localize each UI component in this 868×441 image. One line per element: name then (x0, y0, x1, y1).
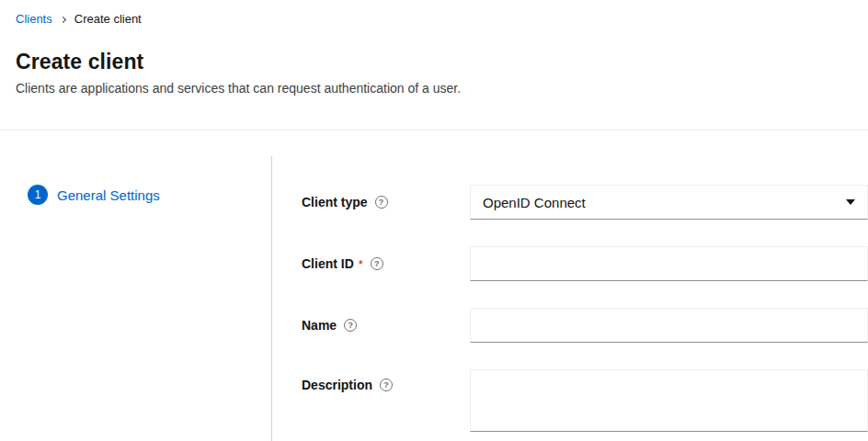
form-row-name: Name ? (302, 308, 868, 343)
wizard-body: 1 General Settings Client type ? OpenID … (0, 156, 868, 441)
client-type-label-group: Client type ? (302, 195, 470, 209)
page-subtitle: Clients are applications and services th… (16, 80, 852, 130)
client-type-label: Client type (302, 195, 368, 209)
client-id-label: Client ID (302, 256, 354, 271)
breadcrumb: Clients Create client (16, 12, 852, 27)
client-id-input[interactable] (470, 246, 868, 281)
help-icon[interactable]: ? (380, 379, 393, 391)
client-type-selected-value: OpenID Connect (483, 195, 586, 210)
help-icon[interactable]: ? (344, 319, 357, 332)
wizard-step-label: General Settings (57, 187, 160, 203)
name-input[interactable] (470, 308, 868, 343)
chevron-right-icon (60, 16, 66, 22)
wizard-nav: 1 General Settings (0, 156, 272, 441)
client-type-control: OpenID Connect (470, 185, 868, 220)
wizard-step-general-settings[interactable]: 1 General Settings (28, 185, 271, 205)
form-row-client-id: Client ID * ? (302, 246, 868, 281)
name-label-group: Name ? (302, 318, 470, 333)
general-settings-form: Client type ? OpenID Connect Client ID *… (272, 156, 868, 441)
description-control (470, 369, 868, 432)
create-client-page: Clients Create client Create client Clie… (0, 0, 868, 441)
caret-down-icon (846, 199, 855, 205)
form-row-description: Description ? (302, 369, 868, 432)
client-id-label-group: Client ID * ? (302, 256, 470, 271)
description-textarea[interactable] (470, 369, 868, 432)
breadcrumb-clients-link[interactable]: Clients (16, 12, 52, 27)
page-header: Clients Create client Create client Clie… (0, 0, 868, 130)
name-label: Name (302, 318, 337, 333)
step-number-badge: 1 (28, 185, 48, 205)
help-icon[interactable]: ? (371, 257, 383, 270)
help-icon[interactable]: ? (375, 196, 388, 209)
form-row-client-type: Client type ? OpenID Connect (302, 185, 868, 220)
description-label-group: Description ? (302, 369, 470, 392)
name-control (470, 308, 868, 343)
client-id-control (470, 246, 868, 281)
description-label: Description (302, 378, 372, 392)
breadcrumb-current: Create client (74, 12, 142, 27)
page-title: Create client (16, 50, 852, 74)
required-indicator: * (359, 257, 363, 271)
client-type-select[interactable]: OpenID Connect (470, 185, 868, 220)
